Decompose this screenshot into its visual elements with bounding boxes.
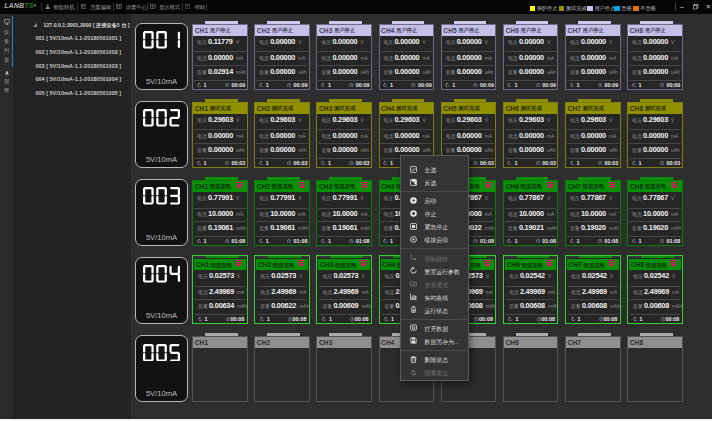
svg-text:?: ? xyxy=(187,4,190,9)
